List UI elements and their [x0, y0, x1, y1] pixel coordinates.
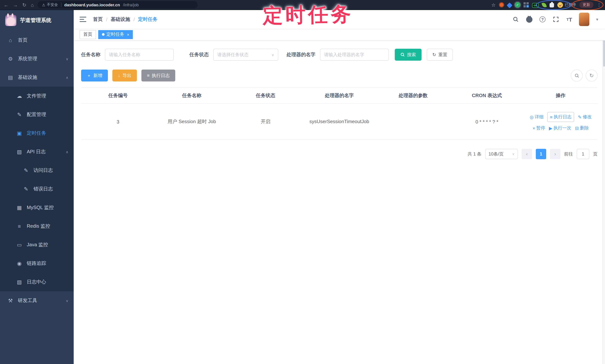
sidebar-item-devtools[interactable]: ⚒ 研发工具 ∨ [0, 291, 74, 310]
action-exec-log[interactable]: ≡执行日志 [547, 112, 574, 122]
extension-on-badge[interactable]: on [532, 3, 539, 8]
extension-blue-icon[interactable] [507, 2, 512, 8]
table-row: 3 用户 Session 超时 Job 开启 sysUserSessionTim… [81, 104, 598, 140]
add-button[interactable]: ＋ 新增 [81, 70, 108, 81]
action-delete[interactable]: ⊟删除 [575, 125, 589, 131]
pagination-total: 共 1 条 [468, 151, 481, 157]
edit-pencil-icon: ✎ [578, 114, 581, 120]
sidebar-item-error-log[interactable]: ✎ 错误日志 [0, 180, 74, 198]
api-log-icon: ▨ [16, 149, 22, 155]
action-edit[interactable]: ✎修改 [578, 114, 592, 120]
col-cron: CRON 表达式 [450, 88, 524, 104]
help-icon[interactable]: ? [539, 16, 546, 23]
avatar[interactable] [579, 13, 589, 26]
chrome-update-button[interactable]: 更新 [579, 1, 593, 8]
action-pause[interactable]: ×暂停 [532, 125, 545, 131]
col-actions: 操作 [524, 88, 598, 104]
cell-handler-name: sysUserSessionTimeoutJob [302, 104, 376, 140]
sidebar-item-trace[interactable]: ◉ 链路追踪 [0, 254, 74, 273]
sidebar-item-system-mgmt[interactable]: ⚙ 系统管理 ∨ [0, 50, 74, 68]
sidebar-item-infrastructure[interactable]: ▤ 基础设施 ∧ [0, 68, 74, 87]
browser-home-icon[interactable]: ⌂ [31, 2, 34, 8]
close-icon[interactable]: × [127, 32, 129, 37]
tags-view-bar: 首页 定时任务 × [74, 29, 605, 40]
page-size-select[interactable]: 10条/页 ∨ [485, 149, 518, 159]
reset-button[interactable]: ↻ 重置 [427, 49, 453, 61]
browser-menu-icon[interactable]: ⋮ [597, 2, 601, 7]
profile-emoji-icon [557, 2, 563, 8]
url-divider [61, 3, 61, 7]
extensions-puzzle-icon[interactable] [550, 3, 554, 7]
handler-name-label: 处理器的名字 [287, 51, 316, 58]
table-toolbar: ＋ 新增 ↓ 导出 ≡ 执行日志 ↻ [81, 70, 598, 81]
col-job-name: 任务名称 [155, 88, 229, 104]
extension-leaf-icon[interactable] [541, 2, 547, 8]
sidebar-item-log-center[interactable]: ▧ 日志中心 [0, 273, 74, 291]
gear-icon: ⚙ [7, 56, 13, 62]
font-size-icon[interactable]: TT [566, 16, 573, 23]
sidebar-item-config-mgmt[interactable]: ✎ 配置管理 [0, 105, 74, 124]
refresh-table-button[interactable]: ↻ [586, 70, 598, 81]
caret-down-icon[interactable]: ▼ [595, 17, 599, 21]
sidebar-item-java-monitor[interactable]: ▭ Java 监控 [0, 235, 74, 254]
java-icon: ▭ [16, 242, 22, 248]
task-status-select[interactable]: 请选择任务状态 ∨ [213, 49, 278, 61]
breadcrumb-infrastructure[interactable]: 基础设施 [111, 16, 130, 23]
sidebar-fold-icon[interactable] [80, 17, 86, 22]
prev-page-button[interactable]: ‹ [522, 149, 532, 159]
page-number-1[interactable]: 1 [536, 149, 546, 159]
search-icon[interactable] [512, 16, 519, 23]
trash-icon: ⊟ [575, 126, 579, 131]
breadcrumb-home[interactable]: 首页 [93, 16, 103, 23]
search-button[interactable]: 搜索 [395, 49, 421, 61]
extension-green-check-icon[interactable]: ✓ [515, 2, 520, 7]
sidebar-item-redis-monitor[interactable]: ≡ Redis 监控 [0, 217, 74, 235]
next-page-button[interactable]: › [550, 149, 560, 159]
col-job-id: 任务编号 [81, 88, 155, 104]
github-icon[interactable] [525, 16, 533, 23]
chevron-down-icon: ∨ [271, 53, 274, 57]
devtools-icon: ⚒ [7, 298, 13, 304]
tag-home[interactable]: 首页 [80, 30, 96, 39]
sidebar-item-api-log[interactable]: ▨ API 日志 ∧ [0, 143, 74, 161]
extension-grid-icon[interactable] [524, 2, 529, 7]
sidebar-item-access-log[interactable]: ✎ 访问日志 [0, 161, 74, 180]
log-center-icon: ▧ [16, 279, 22, 285]
col-handler-name: 处理器的名字 [302, 88, 376, 104]
sidebar-item-mysql-monitor[interactable]: ▦ MySQL 监控 [0, 198, 74, 217]
action-detail[interactable]: ◎详细 [530, 114, 544, 120]
plus-icon: ＋ [87, 72, 91, 79]
export-button[interactable]: ↓ 导出 [112, 70, 137, 81]
chevron-down-icon: ∨ [66, 299, 68, 303]
exec-log-button[interactable]: ≡ 执行日志 [141, 70, 175, 81]
chevron-down-icon: ∨ [66, 57, 68, 61]
breadcrumb-separator: / [133, 16, 135, 22]
extension-orange-icon[interactable] [499, 2, 504, 7]
handler-name-input[interactable]: 请输入处理器的名字 [320, 49, 389, 61]
bookmark-star-icon[interactable]: ☆ [491, 2, 496, 8]
goto-page-input[interactable] [577, 149, 589, 159]
task-name-input[interactable]: 请输入任务名称 [105, 49, 174, 61]
browser-profile-chip[interactable]: 已暂停 [557, 2, 576, 8]
jobs-table: 任务编号 任务名称 任务状态 处理器的名字 处理器的参数 CRON 表达式 操作… [81, 87, 598, 140]
profile-paused-label: 已暂停 [565, 2, 576, 7]
fullscreen-icon[interactable] [552, 16, 560, 23]
app-logo-row[interactable]: 芋道管理系统 [0, 10, 74, 31]
browser-back-icon[interactable]: ← [4, 2, 9, 8]
sidebar: 芋道管理系统 ⌂ 首页 ⚙ 系统管理 ∨ ▤ 基础设施 ∧ [0, 10, 74, 364]
cell-job-name: 用户 Session 超时 Job [155, 104, 229, 140]
url-host: dashboard.yudao.iocoder.cn [64, 3, 120, 7]
browser-forward-icon[interactable]: → [13, 2, 18, 8]
sidebar-item-scheduled-tasks[interactable]: ▣ 定时任务 [0, 124, 74, 143]
action-run-once[interactable]: ▶执行一次 [549, 125, 571, 131]
sidebar-item-file-mgmt[interactable]: ☁ 文件管理 [0, 87, 74, 105]
warning-icon: ⚠ [42, 3, 45, 7]
address-bar[interactable]: ⚠ 不安全 dashboard.yudao.iocoder.cn /infra/… [38, 1, 197, 9]
sidebar-item-home[interactable]: ⌂ 首页 [0, 31, 74, 50]
page-scrollbar[interactable] [602, 10, 605, 364]
toggle-search-button[interactable] [571, 70, 583, 81]
browser-reload-icon[interactable]: ↻ [22, 2, 26, 8]
not-secure-warning[interactable]: ⚠ 不安全 [42, 2, 58, 7]
tag-scheduled-tasks[interactable]: 定时任务 × [98, 30, 133, 39]
pagination: 共 1 条 10条/页 ∨ ‹ 1 › 前往 页 [81, 149, 598, 159]
